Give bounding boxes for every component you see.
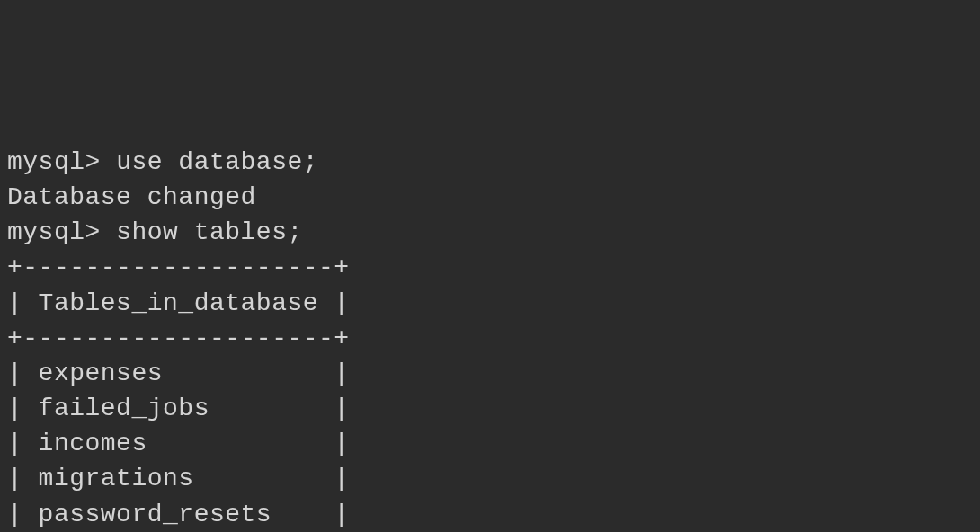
table-divider-mid: +--------------------+ — [7, 324, 350, 352]
table-row: | expenses | — [7, 359, 350, 387]
command-show-tables: show tables; — [116, 218, 303, 246]
terminal-output[interactable]: mysql> use database; Database changed my… — [7, 145, 973, 532]
prompt: mysql> — [7, 148, 116, 176]
table-row: | incomes | — [7, 430, 350, 457]
prompt: mysql> — [7, 218, 116, 246]
table-row: | failed_jobs | — [7, 395, 350, 422]
response-db-changed: Database changed — [7, 183, 256, 211]
command-use: use database; — [116, 148, 318, 176]
table-divider-top: +--------------------+ — [7, 253, 350, 281]
table-header: | Tables_in_database | — [7, 289, 350, 317]
table-row: | migrations | — [7, 465, 350, 492]
table-row: | password_resets | — [7, 501, 350, 528]
